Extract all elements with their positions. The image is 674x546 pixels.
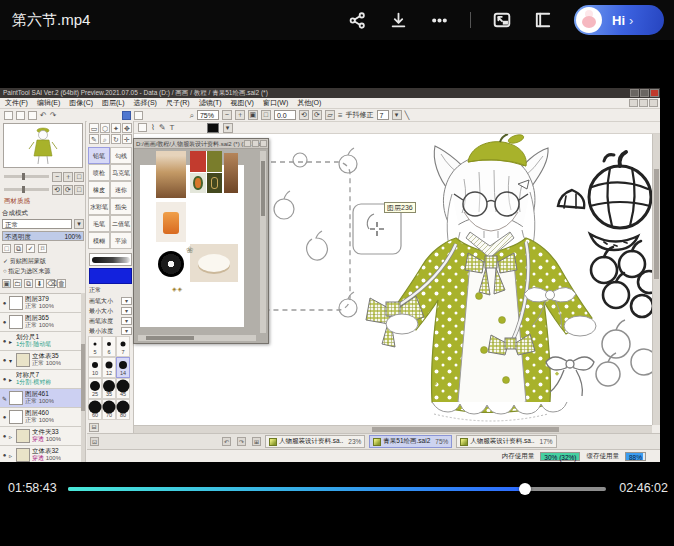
visibility-eye-icon[interactable]: ●: [0, 319, 9, 325]
menu-others[interactable]: 其他(O): [297, 98, 321, 108]
expand-arrow-icon[interactable]: ▾: [9, 357, 16, 364]
canvas-horizontal-scrollbar[interactable]: [134, 425, 652, 433]
menu-edit[interactable]: 编辑(E): [37, 98, 60, 108]
next-doc-icon[interactable]: ↷: [237, 437, 246, 446]
size-option[interactable]: 6: [102, 336, 116, 357]
menu-filter[interactable]: 滤镜(T): [199, 98, 222, 108]
pen-icon[interactable]: ✎: [159, 123, 166, 132]
nav-zoom-reset-icon[interactable]: □: [74, 172, 84, 182]
close-icon[interactable]: [260, 140, 267, 147]
menu-file[interactable]: 文件(F): [5, 98, 28, 108]
visibility-eye-icon[interactable]: ●: [0, 452, 9, 458]
expand-arrow-icon[interactable]: ▹: [9, 433, 16, 440]
save-file-icon[interactable]: [28, 111, 37, 120]
redo-icon[interactable]: ↷: [50, 111, 57, 120]
angle-value[interactable]: 0.0: [274, 110, 296, 120]
brush-item[interactable]: 勾线: [110, 147, 132, 164]
visibility-eye-icon[interactable]: ●: [0, 338, 9, 344]
layer-row[interactable]: ● 图层460正常 100%: [0, 408, 86, 427]
mini-window-icon[interactable]: [533, 10, 553, 30]
visibility-eye-icon[interactable]: ●: [0, 414, 9, 420]
nav-zoom-slider[interactable]: [4, 175, 49, 178]
zoom-value[interactable]: 75%: [197, 110, 219, 120]
nav-rotate-ccw-icon[interactable]: ⟲: [52, 185, 62, 195]
new-file-icon[interactable]: [4, 111, 13, 120]
line-tool-icon[interactable]: ╲: [405, 111, 410, 120]
brush-item[interactable]: 模糊: [88, 232, 110, 249]
dropdown-icon[interactable]: ▾: [121, 297, 132, 305]
swatch-dropdown-icon[interactable]: ▾: [223, 123, 233, 133]
close-icon[interactable]: [650, 89, 659, 97]
new-folder-icon[interactable]: 🗀: [13, 279, 22, 288]
reference-window[interactable]: D:/画画/教程/人物服装设计资料.sai2 (*) (16.7%): [133, 138, 269, 344]
menu-image[interactable]: 图像(C): [69, 98, 93, 108]
assistant-button[interactable]: Hi ›: [574, 5, 664, 35]
blend-dropdown-icon[interactable]: ▾: [74, 219, 84, 229]
folder-row[interactable]: ● ▹ 文件夹33穿透 100%: [0, 427, 86, 446]
doc-tab[interactable]: 人物服装设计资料.sa..23%: [265, 435, 365, 448]
lasso-icon[interactable]: ⌇: [151, 123, 155, 132]
clip-mask-option[interactable]: ✓ 剪贴图层蒙版: [3, 257, 46, 266]
zoom-in-icon[interactable]: ＋: [235, 110, 245, 120]
minimize-icon[interactable]: [244, 140, 251, 147]
current-color-swatch[interactable]: [89, 268, 132, 284]
size-option[interactable]: 7: [116, 336, 130, 357]
pip-icon[interactable]: [492, 10, 512, 30]
visibility-eye-icon[interactable]: ●: [0, 300, 9, 306]
visibility-eye-icon[interactable]: ●: [0, 433, 9, 439]
selection-tool-icon[interactable]: [122, 111, 131, 120]
zoom-fit-icon[interactable]: ▣: [248, 110, 258, 120]
size-option[interactable]: 5: [88, 336, 102, 357]
navigator-preview[interactable]: [3, 123, 83, 168]
doc-minimize-icon[interactable]: [629, 99, 638, 107]
doc-close-icon[interactable]: [649, 99, 658, 107]
brush-item[interactable]: 指尖: [110, 198, 132, 215]
menu-ruler[interactable]: 尺子(R): [166, 98, 190, 108]
select-pen-icon[interactable]: ✎: [89, 134, 99, 144]
alpha-lock-checkbox[interactable]: ⌑: [38, 244, 47, 253]
duplicate-layer-icon[interactable]: ⧉: [24, 279, 33, 288]
wand-tool-icon[interactable]: ✦: [111, 123, 121, 133]
panel-collapse-icon[interactable]: ⊟: [89, 423, 99, 432]
opacity-slider[interactable]: 不透明度 100%: [2, 231, 84, 241]
text-tool-icon[interactable]: T: [170, 123, 175, 132]
brush-item[interactable]: 马克笔: [110, 164, 132, 181]
brush-item[interactable]: 毛笔: [88, 215, 110, 232]
visibility-eye-icon[interactable]: ✎: [0, 395, 9, 402]
size-option[interactable]: 35: [102, 378, 116, 399]
stabilizer-dropdown-icon[interactable]: ▾: [392, 110, 402, 120]
min-density-param[interactable]: 最小浓度▾: [89, 326, 132, 336]
color-swatch[interactable]: [207, 123, 219, 133]
doc-tab[interactable]: 人物服装设计资料.sa..17%: [456, 435, 556, 448]
density-param[interactable]: 画笔浓度▾: [89, 316, 132, 326]
doc-restore-icon[interactable]: [639, 99, 648, 107]
seek-thumb[interactable]: [519, 483, 531, 495]
ruler-row[interactable]: ● ▸ 对称尺71分割·横对称: [0, 370, 86, 389]
size-option-selected[interactable]: 14: [116, 357, 130, 378]
brush-item[interactable]: 橡皮: [88, 181, 110, 198]
reference-horizontal-scrollbar[interactable]: [138, 335, 256, 341]
size-option[interactable]: 80: [116, 399, 130, 420]
nav-zoom-out-icon[interactable]: −: [52, 172, 62, 182]
deselect-icon[interactable]: [134, 111, 143, 120]
split-view-icon[interactable]: ⊞: [252, 437, 261, 446]
size-option[interactable]: 12: [102, 357, 116, 378]
rotate-ccw-icon[interactable]: ⟲: [299, 110, 309, 120]
canvas-corner-icon[interactable]: ⊡: [90, 437, 99, 446]
lasso-tool-icon[interactable]: ⬡: [100, 123, 110, 133]
marquee-tool-icon[interactable]: ▭: [89, 123, 99, 133]
rect-select-icon[interactable]: [138, 123, 147, 132]
menu-layer[interactable]: 图层(L): [102, 98, 125, 108]
download-icon[interactable]: [388, 10, 408, 30]
protect-opacity-checkbox[interactable]: □: [2, 244, 11, 253]
nav-rotate-cw-icon[interactable]: ⟳: [63, 185, 73, 195]
seek-bar[interactable]: [68, 487, 606, 491]
reference-vertical-scrollbar[interactable]: [260, 151, 266, 333]
lock-layer-checkbox[interactable]: ⧉: [14, 244, 23, 253]
brush-size-param[interactable]: 画笔大小▾: [89, 296, 132, 306]
visibility-eye-icon[interactable]: ●: [0, 357, 9, 363]
share-icon[interactable]: [347, 10, 367, 30]
link-layer-checkbox[interactable]: ✓: [26, 244, 35, 253]
nav-angle-reset-icon[interactable]: □: [74, 185, 84, 195]
blend-mode-select[interactable]: 正常: [2, 219, 72, 229]
